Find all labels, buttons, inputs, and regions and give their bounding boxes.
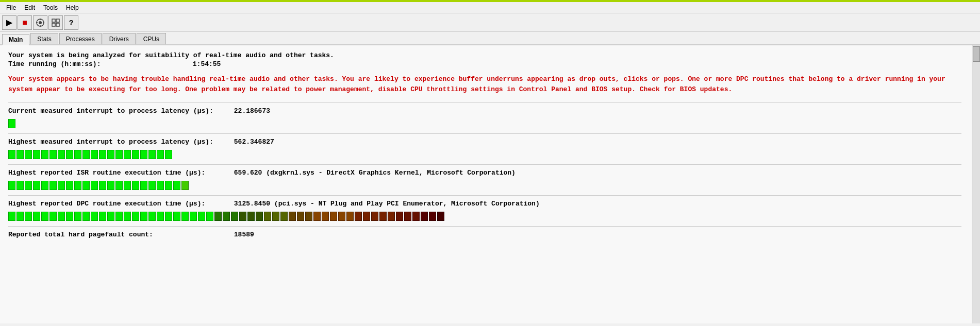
bar-segment — [91, 181, 98, 190]
metric-pagefault: Reported total hard pagefault count: 185… — [8, 231, 961, 238]
tab-stats[interactable]: Stats — [30, 33, 58, 44]
bar-segment — [115, 212, 123, 221]
bar-segment — [157, 212, 164, 221]
bar-segment — [82, 150, 90, 159]
bar-segment — [214, 212, 222, 221]
bar-segment — [124, 212, 131, 221]
bar-segment — [140, 212, 147, 221]
tab-drivers[interactable]: Drivers — [103, 33, 136, 44]
menu-tools[interactable]: Tools — [39, 4, 62, 12]
metric-pagefault-label: Reported total hard pagefault count: 185… — [8, 231, 254, 238]
stop-button[interactable]: ■ — [18, 15, 32, 30]
metric-highest-interrupt-label-text: Highest measured interrupt to process la… — [8, 138, 230, 146]
metric-pagefault-value: 18589 — [234, 231, 254, 238]
divider-4 — [8, 195, 961, 196]
bar-segment — [8, 212, 15, 221]
tab-cpus[interactable]: CPUs — [137, 33, 166, 44]
bar-segment — [132, 212, 139, 221]
bar-segment — [91, 150, 98, 159]
bar-segment — [355, 212, 362, 221]
bar-segment — [115, 150, 123, 159]
bar-segment — [91, 212, 98, 221]
bar-segment — [388, 212, 395, 221]
bar-segment — [8, 119, 15, 128]
bar-segment — [148, 181, 156, 190]
warning-text: Your system appears to be having trouble… — [8, 74, 961, 94]
tab-processes[interactable]: Processes — [59, 33, 102, 44]
bar-segment — [74, 181, 81, 190]
bar-segment — [132, 181, 139, 190]
window-button[interactable] — [48, 15, 63, 30]
play-button[interactable]: ▶ — [2, 15, 16, 30]
bar-segment — [74, 212, 81, 221]
bar-segment — [421, 212, 428, 221]
bar-segment — [49, 181, 57, 190]
bar-segment — [330, 212, 337, 221]
scrollbar-thumb[interactable] — [973, 46, 980, 62]
bar-segment — [33, 181, 40, 190]
bar-segment — [99, 150, 106, 159]
bar-segment — [124, 150, 131, 159]
tab-main[interactable]: Main — [2, 34, 29, 45]
bar-segment — [379, 212, 387, 221]
bar-segment — [322, 212, 329, 221]
bar-segment — [231, 212, 238, 221]
scrollbar[interactable] — [972, 45, 980, 323]
options-icon — [36, 18, 45, 27]
time-label: Time running (h:mm:ss): — [8, 60, 189, 68]
bar-segment — [289, 212, 296, 221]
bar-highest-interrupt — [8, 149, 961, 160]
metric-dpc-label-text: Highest reported DPC routine execution t… — [8, 200, 230, 208]
divider-2 — [8, 133, 961, 134]
divider-5 — [8, 226, 961, 227]
svg-rect-9 — [56, 23, 59, 26]
bar-segment — [363, 212, 370, 221]
bar-segment — [132, 150, 139, 159]
bar-segment — [99, 212, 106, 221]
options-button[interactable] — [33, 15, 47, 30]
bar-isr — [8, 180, 961, 191]
bar-segment — [49, 150, 57, 159]
metric-dpc-value: 3125.8450 (pci.sys - NT Plug and Play PC… — [234, 200, 540, 208]
bar-segment — [41, 181, 48, 190]
bar-segment — [16, 212, 24, 221]
bar-segment — [165, 212, 172, 221]
menu-edit[interactable]: Edit — [20, 4, 39, 12]
bar-segment — [264, 212, 271, 221]
bar-segment — [74, 150, 81, 159]
bar-segment — [41, 150, 48, 159]
metric-pagefault-label-text: Reported total hard pagefault count: — [8, 231, 230, 238]
bar-segment — [181, 181, 189, 190]
menu-file[interactable]: File — [2, 4, 20, 12]
bar-segment — [148, 212, 156, 221]
bar-segment — [165, 181, 172, 190]
bar-segment — [25, 181, 32, 190]
bar-segment — [16, 150, 24, 159]
bar-current-latency — [8, 118, 961, 129]
bar-segment — [8, 181, 15, 190]
bar-segment — [82, 212, 90, 221]
bar-segment — [25, 212, 32, 221]
help-button[interactable]: ? — [64, 15, 78, 30]
metric-isr-value: 659.620 (dxgkrnl.sys - DirectX Graphics … — [234, 169, 516, 177]
bar-segment — [49, 212, 57, 221]
bar-segment — [437, 212, 444, 221]
bar-segment — [107, 150, 114, 159]
divider-1 — [8, 102, 961, 103]
metric-highest-interrupt-label: Highest measured interrupt to process la… — [8, 138, 274, 146]
bar-segment — [8, 150, 15, 159]
svg-point-1 — [39, 21, 42, 24]
menu-help[interactable]: Help — [62, 4, 83, 12]
bar-segment — [198, 212, 205, 221]
bar-segment — [66, 181, 73, 190]
divider-3 — [8, 164, 961, 165]
time-row: Time running (h:mm:ss): 1:54:55 — [8, 60, 961, 68]
bar-segment — [124, 181, 131, 190]
menu-bar: File Edit Tools Help — [0, 2, 980, 13]
bar-segment — [173, 181, 180, 190]
bar-segment — [338, 212, 345, 221]
svg-rect-7 — [56, 19, 59, 22]
tabs-bar: Main Stats Processes Drivers CPUs — [0, 32, 980, 45]
bar-segment — [140, 181, 147, 190]
bar-segment — [247, 212, 255, 221]
